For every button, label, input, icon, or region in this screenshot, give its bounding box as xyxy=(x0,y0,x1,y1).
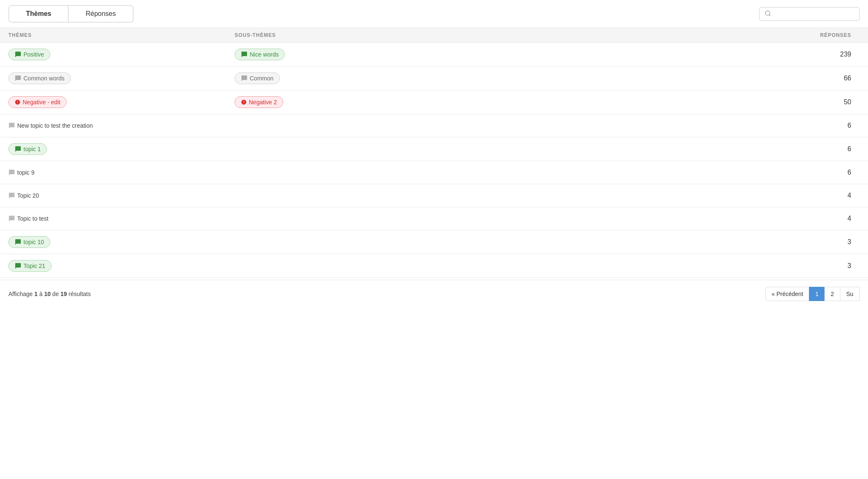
theme-badge[interactable]: Negative - edit xyxy=(8,96,67,108)
footer: Affichage 1 à 10 de 19 résultats « Précé… xyxy=(0,280,868,308)
theme-badge[interactable]: topic 1 xyxy=(8,143,47,155)
table-row: Topic 213 xyxy=(0,254,868,278)
chat-icon xyxy=(15,263,21,269)
col-themes: THÈMES xyxy=(8,32,235,38)
pagination-prev[interactable]: « Précédent xyxy=(765,287,809,301)
table-row: topic 103 xyxy=(0,230,868,254)
table-row: Positive Nice words239 xyxy=(0,43,868,67)
theme-badge[interactable]: Topic to test xyxy=(8,213,54,224)
chat-icon xyxy=(8,122,15,129)
pagination-page-2[interactable]: 2 xyxy=(824,287,840,301)
chat-icon xyxy=(241,51,248,58)
theme-badge[interactable]: Positive xyxy=(8,49,50,60)
subtheme-badge[interactable]: Negative 2 xyxy=(235,96,283,108)
top-bar: Thèmes Réponses xyxy=(0,0,868,28)
theme-label: Negative - edit xyxy=(23,99,60,106)
theme-label: Topic 21 xyxy=(23,263,45,269)
table-row: Common words Common66 xyxy=(0,67,868,90)
theme-cell: Negative - edit xyxy=(8,96,235,108)
exclaim-icon xyxy=(241,99,247,105)
search-icon xyxy=(765,10,771,18)
table-row: topic 16 xyxy=(0,137,868,161)
table-row: Negative - edit Negative 250 xyxy=(0,90,868,114)
theme-label: Topic to test xyxy=(17,215,49,222)
theme-badge[interactable]: Topic 21 xyxy=(8,260,52,272)
exclaim-icon xyxy=(15,99,21,105)
responses-cell: 6 xyxy=(793,169,860,176)
theme-cell: Common words xyxy=(8,72,235,84)
footer-info: Affichage 1 à 10 de 19 résultats xyxy=(8,291,91,297)
responses-cell: 4 xyxy=(793,215,860,222)
theme-badge[interactable]: topic 9 xyxy=(8,167,40,178)
pagination-page-1[interactable]: 1 xyxy=(809,287,824,301)
responses-cell: 3 xyxy=(793,262,860,270)
responses-cell: 239 xyxy=(793,51,860,58)
theme-badge[interactable]: topic 10 xyxy=(8,236,50,248)
chat-icon xyxy=(8,215,15,222)
theme-cell: Positive xyxy=(8,49,235,60)
theme-badge[interactable]: Topic 20 xyxy=(8,190,45,201)
pagination-page-Su[interactable]: Su xyxy=(840,287,860,301)
table-row: topic 96 xyxy=(0,161,868,184)
theme-cell: topic 1 xyxy=(8,143,235,155)
theme-cell: Topic 21 xyxy=(8,260,235,272)
table-body: Positive Nice words239 Common words Comm… xyxy=(0,43,868,278)
subtheme-label: Negative 2 xyxy=(249,99,277,106)
theme-cell: Topic 20 xyxy=(8,190,235,201)
responses-cell: 66 xyxy=(793,75,860,82)
theme-label: Topic 20 xyxy=(17,192,39,199)
theme-cell: New topic to test the creation xyxy=(8,120,235,131)
subtheme-cell: Nice words xyxy=(235,49,793,60)
table-row: Topic 204 xyxy=(0,184,868,207)
col-responses: RÉPONSES xyxy=(793,32,860,38)
theme-badge[interactable]: New topic to test the creation xyxy=(8,120,99,131)
responses-cell: 50 xyxy=(793,98,860,106)
col-subthemes: SOUS-THÈMES xyxy=(235,32,793,38)
chat-icon xyxy=(15,51,21,58)
theme-label: topic 10 xyxy=(23,239,44,245)
tab-group: Thèmes Réponses xyxy=(8,5,134,23)
tab-reponses[interactable]: Réponses xyxy=(69,6,132,22)
theme-label: topic 1 xyxy=(23,146,41,152)
subtheme-label: Common xyxy=(250,75,274,82)
theme-label: Common words xyxy=(23,75,65,82)
search-input[interactable] xyxy=(774,10,854,18)
responses-cell: 4 xyxy=(793,192,860,199)
chat-icon xyxy=(15,239,21,245)
responses-cell: 3 xyxy=(793,238,860,246)
chat-icon xyxy=(8,192,15,199)
table-header: THÈMES SOUS-THÈMES RÉPONSES xyxy=(0,28,868,43)
theme-label: Positive xyxy=(23,51,44,58)
chat-icon xyxy=(8,169,15,176)
theme-cell: Topic to test xyxy=(8,213,235,224)
subtheme-cell: Negative 2 xyxy=(235,96,793,108)
table-row: Topic to test4 xyxy=(0,207,868,230)
pagination: « Précédent12Su xyxy=(765,287,860,301)
theme-label: New topic to test the creation xyxy=(17,122,93,129)
table-row: New topic to test the creation6 xyxy=(0,114,868,137)
tab-themes[interactable]: Thèmes xyxy=(9,6,69,22)
responses-cell: 6 xyxy=(793,122,860,129)
subtheme-label: Nice words xyxy=(250,51,279,58)
subtheme-badge[interactable]: Nice words xyxy=(235,49,285,60)
responses-cell: 6 xyxy=(793,145,860,153)
theme-badge[interactable]: Common words xyxy=(8,72,71,84)
chat-icon xyxy=(15,146,21,152)
chat-icon xyxy=(241,75,248,82)
search-box xyxy=(759,7,860,21)
chat-icon xyxy=(15,75,21,82)
subtheme-cell: Common xyxy=(235,72,793,84)
subtheme-badge[interactable]: Common xyxy=(235,72,280,84)
theme-cell: topic 9 xyxy=(8,167,235,178)
theme-label: topic 9 xyxy=(17,169,34,176)
svg-line-1 xyxy=(769,15,770,16)
theme-cell: topic 10 xyxy=(8,236,235,248)
